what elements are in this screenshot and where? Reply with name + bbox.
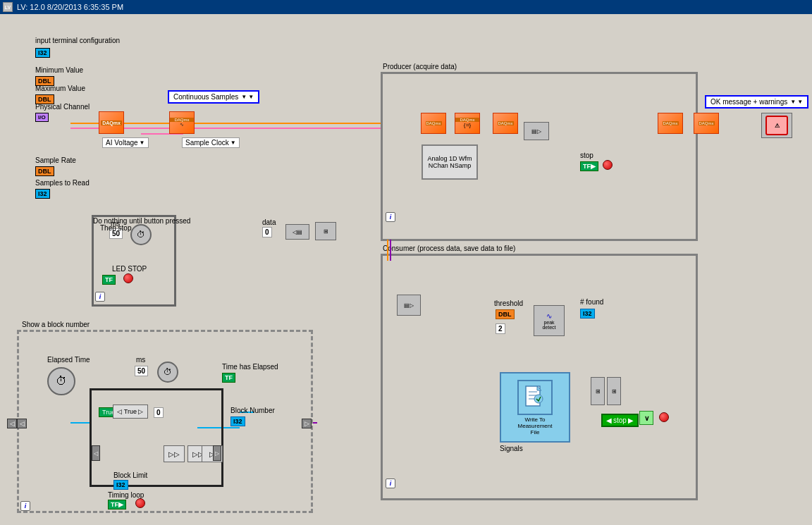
i32-box: I32 xyxy=(35,48,50,58)
stop-arrow: ◀ xyxy=(606,416,612,424)
wait-node[interactable]: ⊞ xyxy=(315,222,336,240)
input-terminal-config-label: input terminal configuration xyxy=(35,37,120,44)
dequeue-node[interactable]: ◁▤ xyxy=(285,224,309,240)
tf-led-stop: TF xyxy=(102,275,116,285)
queue-node-prod[interactable]: ▤▷ xyxy=(524,122,549,140)
dropdown-arrow: ▼ xyxy=(241,94,247,100)
elapsed-time-icon[interactable]: ⏱ xyxy=(47,367,75,395)
ai-voltage-label: AI Voltage xyxy=(106,139,138,147)
file-svg xyxy=(524,385,546,410)
info-btn-consumer[interactable]: i xyxy=(386,478,395,488)
block-number-label: Block Number xyxy=(230,407,275,414)
peak-detect-node[interactable]: ∿ peak detect xyxy=(534,305,565,336)
merge-node-2[interactable]: ⊞ xyxy=(607,377,621,405)
ok-message-dropdown[interactable]: OK message + warnings ▼ xyxy=(705,95,808,109)
elapsed-time-label: Elapsed Time xyxy=(47,356,90,364)
timer-icon-1: ⏱ xyxy=(130,224,152,245)
daq-prod-1[interactable]: DAQmx xyxy=(421,113,446,134)
min-value-label: Minimum Value xyxy=(35,66,83,74)
or-node-consumer[interactable]: ∨ xyxy=(639,411,653,425)
peak-detect-label: peak detect xyxy=(542,320,555,330)
then-stop-label: Then stop xyxy=(100,224,131,232)
ms-label-2: ms xyxy=(136,356,145,364)
physical-channel-label: Physical Channel xyxy=(35,103,90,111)
num-const-0: 0 xyxy=(262,227,272,237)
signals-label: Signals xyxy=(500,445,523,452)
i32-read-box: I32 xyxy=(35,189,50,199)
info-btn-prod[interactable]: i xyxy=(386,212,395,222)
num-0-loop: 0 xyxy=(154,407,164,418)
dbl-rate-box: DBL xyxy=(35,166,54,176)
info-btn-do-nothing[interactable]: i xyxy=(95,292,105,302)
daq-node-far-right[interactable]: DAQmx xyxy=(694,113,719,134)
terminal-i32-input: I32 xyxy=(35,48,50,58)
terminal-i32-read: I32 xyxy=(35,189,50,199)
time-elapsed-label: Time has Elapsed xyxy=(222,363,278,371)
terminal-io-phys: I/O xyxy=(35,113,49,122)
tf-timing-loop: TF▶ xyxy=(108,500,126,509)
titlebar-title: LV: 12.0 8/20/2013 6:35:35 PM xyxy=(17,3,123,11)
i32-block-num: I32 xyxy=(230,416,245,426)
for-loop-inner: True ◁ True ▷ 0 ▷▷ ▷▷ ▷ ◁ ▷ xyxy=(90,388,223,487)
analog-wfm-block[interactable]: Analog 1D Wfm NChan NSamp xyxy=(422,144,478,180)
led-stop-indicator xyxy=(123,273,133,283)
svg-point-31 xyxy=(534,395,543,403)
incr-node-1[interactable]: ▷▷ xyxy=(164,445,185,462)
loop-tunnel-right: ▷ xyxy=(302,419,312,428)
consumer-title: Consumer (process data, save data to fil… xyxy=(383,245,515,252)
error-cluster-node[interactable]: ⚠ xyxy=(761,113,792,138)
val-50-2: 50 xyxy=(135,366,148,376)
daq-prod-right[interactable]: DAQmx xyxy=(658,113,683,134)
max-value-label: Maximum Value xyxy=(35,85,85,92)
consumer-panel: Consumer (process data, save data to fil… xyxy=(381,254,698,500)
ok-message-label: OK message + warnings xyxy=(710,98,787,106)
led-stop-prod xyxy=(603,160,613,170)
producer-panel: Producer (acquire data) DAQmx DAQmx {⌗} … xyxy=(381,72,698,241)
titlebar: LV LV: 12.0 8/20/2013 6:35:35 PM xyxy=(0,0,812,14)
daq-prod-2[interactable]: DAQmx {⌗} xyxy=(455,113,480,134)
found-label: # found xyxy=(580,298,603,306)
sample-clock-dropdown[interactable]: Sample Clock xyxy=(182,137,240,148)
loop-tunnel-left2: ◁ xyxy=(17,419,27,428)
ok-dropdown-arrow: ▼ xyxy=(790,99,796,105)
led-consumer xyxy=(659,412,669,422)
titlebar-icons: LV xyxy=(3,2,13,12)
file-icon xyxy=(517,380,553,415)
led-stop-label: LED STOP xyxy=(112,265,147,273)
stop-arrow-right: ▶ xyxy=(628,416,634,424)
sample-clock-label: Sample Clock xyxy=(185,139,229,147)
block-limit-label: Block Limit xyxy=(113,471,147,479)
dbl-threshold: DBL xyxy=(496,309,515,319)
samples-to-read-label: Samples to Read xyxy=(35,179,90,187)
threshold-label: threshold xyxy=(494,299,523,307)
stop-text: stop xyxy=(613,416,627,424)
daq-node-1[interactable]: DAQmx xyxy=(99,111,124,134)
info-btn-show-block[interactable]: i xyxy=(20,501,30,511)
led-timing xyxy=(135,498,145,508)
write-measurement-file[interactable]: Write To Measurement File xyxy=(500,372,570,443)
i32-block-limit: I32 xyxy=(113,480,128,490)
data-label: data xyxy=(262,218,276,226)
selector-node[interactable]: ◁ True ▷ xyxy=(113,404,148,419)
producer-title: Producer (acquire data) xyxy=(383,63,457,70)
loop-tunnel-left: ◁ xyxy=(7,419,17,428)
show-block-number-structure: Show a block number Elapsed Time ⏱ ms 50… xyxy=(17,330,313,513)
continuous-samples-dropdown[interactable]: Continuous Samples ▼ xyxy=(168,90,259,104)
error-icon: ⚠ xyxy=(765,116,788,135)
queue-node-consumer[interactable]: ▤▷ xyxy=(397,295,421,316)
shift-reg-left: ◁ xyxy=(92,445,100,461)
daq-prod-3[interactable]: DAQmx xyxy=(493,113,518,134)
show-block-label: Show a block number xyxy=(22,321,90,328)
tf-stop-prod: TF▶ xyxy=(580,161,598,171)
shift-reg-right: ▷ xyxy=(213,445,221,461)
stop-btn-consumer[interactable]: ◀ stop ▶ xyxy=(601,414,639,427)
io-box: I/O xyxy=(35,113,49,122)
num-const-2: 2 xyxy=(496,323,505,334)
timer-icon-2: ⏱ xyxy=(157,362,178,383)
merge-node-1[interactable]: ⊞ xyxy=(591,377,605,405)
daq-node-2[interactable]: DAQmx ∿ xyxy=(169,111,195,134)
stop-label-prod: stop xyxy=(580,152,593,159)
canvas: input terminal configuration I32 Minimum… xyxy=(0,14,812,525)
lv-logo: LV xyxy=(3,2,13,12)
ai-voltage-dropdown[interactable]: AI Voltage xyxy=(102,137,149,148)
